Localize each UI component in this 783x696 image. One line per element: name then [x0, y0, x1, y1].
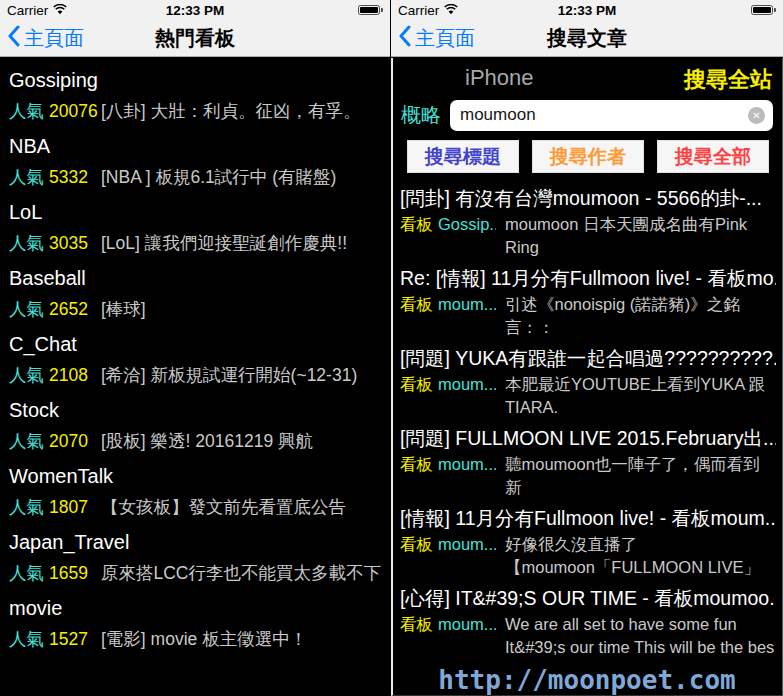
board-headline: [棒球]: [101, 294, 146, 325]
board-label: 看板: [400, 293, 433, 316]
board-headline: [希洽] 新板規試運行開始(~12-31): [101, 360, 357, 391]
clear-input-icon[interactable]: ✕: [748, 107, 765, 124]
search-title-button[interactable]: 搜尋標題: [407, 140, 519, 173]
board-headline: [NBA ] 板規6.1試行中 (有賭盤): [101, 162, 336, 193]
board-list-item[interactable]: WomenTalk 人氣1807【女孩板】發文前先看置底公告: [9, 461, 386, 527]
result-title: [心得] IT&#39;S OUR TIME - 看板moumoo...: [400, 583, 776, 613]
popularity-value: 1807: [49, 492, 88, 523]
popularity-value: 1527: [49, 624, 88, 655]
search-results-list: [問卦] 有沒有台灣moumoon - 5566的卦-... 看板Gossip.…: [393, 178, 782, 659]
status-bar: Carrier 12:33 PM: [0, 0, 390, 20]
result-snippet: 聽moumoon也一陣子了，偶而看到新 MV都會放來聽，也買了幾張ＣＤ。...: [505, 453, 776, 499]
board-label: 看板: [400, 613, 433, 636]
board-name: LoL: [9, 197, 386, 228]
popularity-value: 2108: [49, 360, 88, 391]
search-all-site-button[interactable]: 搜尋全站: [684, 65, 772, 95]
board-label: 看板: [400, 373, 433, 396]
popularity-label: 人氣: [9, 294, 44, 325]
popularity-label: 人氣: [9, 492, 44, 523]
chevron-left-icon: [398, 25, 415, 52]
result-title: [情報] 11月分有Fullmoon live! - 看板moum...: [400, 503, 776, 533]
popularity-label: 人氣: [9, 624, 44, 655]
result-snippet: 好像很久沒直播了 【moumoon「FULLMOON LIVE」 &#...: [505, 533, 776, 579]
back-label: 主頁面: [24, 25, 84, 52]
popularity-label: 人氣: [9, 228, 44, 259]
board-label: 看板: [400, 213, 433, 236]
search-all-button[interactable]: 搜尋全部: [657, 140, 769, 173]
search-buttons-row: 搜尋標題 搜尋作者 搜尋全部: [393, 134, 782, 178]
result-board: moum...: [438, 293, 496, 316]
board-name: WomenTalk: [9, 461, 386, 492]
result-board: moum...: [438, 373, 496, 396]
search-result-item[interactable]: [問題] YUKA有跟誰一起合唱過??????????... 看板moum...…: [400, 343, 776, 419]
result-title: [問卦] 有沒有台灣moumoon - 5566的卦-...: [400, 183, 776, 213]
result-snippet: 本肥最近YOUTUBE上看到YUKA 跟 TIARA.: [505, 373, 776, 419]
board-name: Baseball: [9, 263, 386, 294]
carrier-label: Carrier: [7, 3, 48, 18]
current-board-button[interactable]: iPhone: [465, 65, 534, 91]
result-board: moum...: [438, 613, 496, 636]
result-title: [問題] FULLMOON LIVE 2015.February出...: [400, 423, 776, 453]
wifi-icon: [53, 3, 67, 18]
board-name: C_Chat: [9, 329, 386, 360]
board-list-item[interactable]: Baseball 人氣2652[棒球]: [9, 263, 386, 329]
watermark-url: http://moonpoet.com: [391, 665, 783, 695]
search-articles-screen: Carrier 12:33 PM 搜尋文章 主頁面 iPhone 搜尋全站 概略…: [391, 0, 783, 696]
nav-bar-popular-boards: 熱門看板 主頁面: [0, 20, 390, 57]
board-bar: iPhone 搜尋全站: [393, 58, 782, 98]
result-board: Gossip...: [438, 213, 496, 236]
search-author-button[interactable]: 搜尋作者: [532, 140, 644, 173]
board-name: NBA: [9, 131, 386, 162]
board-name: Gossiping: [9, 65, 386, 96]
search-result-item[interactable]: [情報] 11月分有Fullmoon live! - 看板moum... 看板m…: [400, 503, 776, 579]
board-label: 看板: [400, 453, 433, 476]
board-list: Gossiping 人氣20076[八卦] 大壯：利貞。征凶，有孚。 NBA 人…: [0, 58, 390, 696]
board-label: 看板: [400, 533, 433, 556]
result-snippet: moumoon 日本天團成名曲有Pink Ring 幫知名動畫暗殺教室唱過Hel…: [505, 213, 776, 259]
popularity-value: 2070: [49, 426, 88, 457]
result-title: Re: [情報] 11月分有Fullmoon live! - 看板mo...: [400, 263, 776, 293]
popularity-label: 人氣: [9, 558, 44, 589]
board-headline: 【女孩板】發文前先看置底公告: [101, 492, 346, 523]
result-title: [問題] YUKA有跟誰一起合唱過??????????...: [400, 343, 776, 373]
result-snippet: We are all set to have some fun It&#39;s…: [505, 613, 776, 659]
carrier-label: Carrier: [398, 3, 439, 18]
back-label: 主頁面: [415, 25, 475, 52]
search-input[interactable]: moumoon ✕: [450, 100, 773, 131]
board-name: Stock: [9, 395, 386, 426]
board-headline: [電影] movie 板主徵選中！: [101, 624, 307, 655]
board-list-item[interactable]: Gossiping 人氣20076[八卦] 大壯：利貞。征凶，有孚。: [9, 65, 386, 131]
popularity-value: 20076: [49, 96, 98, 127]
back-button[interactable]: 主頁面: [391, 25, 475, 52]
board-list-item[interactable]: NBA 人氣5332[NBA ] 板規6.1試行中 (有賭盤): [9, 131, 386, 197]
popularity-value: 5332: [49, 162, 88, 193]
search-result-item[interactable]: [問題] FULLMOON LIVE 2015.February出... 看板m…: [400, 423, 776, 499]
nav-bar-search-articles: 搜尋文章 主頁面: [391, 20, 783, 57]
board-headline: 原來搭LCC行李也不能買太多載不下: [101, 558, 381, 589]
search-input-value: moumoon: [460, 105, 536, 125]
board-headline: [股板] 樂透! 20161219 興航: [101, 426, 313, 457]
popularity-label: 人氣: [9, 360, 44, 391]
board-list-item[interactable]: C_Chat 人氣2108[希洽] 新板規試運行開始(~12-31): [9, 329, 386, 395]
popularity-value: 3035: [49, 228, 88, 259]
result-board: moum...: [438, 533, 496, 556]
popularity-value: 2652: [49, 294, 88, 325]
board-list-item[interactable]: LoL 人氣3035[LoL] 讓我們迎接聖誕創作慶典!!: [9, 197, 386, 263]
board-list-item[interactable]: movie 人氣1527[電影] movie 板主徵選中！: [9, 593, 386, 659]
search-result-item[interactable]: [心得] IT&#39;S OUR TIME - 看板moumoo... 看板m…: [400, 583, 776, 659]
battery-icon: [358, 5, 383, 15]
search-row: 概略 moumoon ✕: [393, 98, 782, 134]
popularity-label: 人氣: [9, 96, 44, 127]
popularity-label: 人氣: [9, 426, 44, 457]
back-button[interactable]: 主頁面: [0, 25, 84, 52]
wifi-icon: [444, 3, 458, 18]
search-result-item[interactable]: Re: [情報] 11月分有Fullmoon live! - 看板mo... 看…: [400, 263, 776, 339]
search-result-item[interactable]: [問卦] 有沒有台灣moumoon - 5566的卦-... 看板Gossip.…: [400, 183, 776, 259]
board-list-item[interactable]: Stock 人氣2070[股板] 樂透! 20161219 興航: [9, 395, 386, 461]
board-name: Japan_Travel: [9, 527, 386, 558]
result-snippet: 引述《nonoispig (諾諾豬)》之銘言：： 好像很久沒直播了：【moumo…: [505, 293, 776, 339]
board-headline: [LoL] 讓我們迎接聖誕創作慶典!!: [101, 228, 347, 259]
popularity-label: 人氣: [9, 162, 44, 193]
popularity-value: 1659: [49, 558, 88, 589]
board-list-item[interactable]: Japan_Travel 人氣1659原來搭LCC行李也不能買太多載不下: [9, 527, 386, 593]
